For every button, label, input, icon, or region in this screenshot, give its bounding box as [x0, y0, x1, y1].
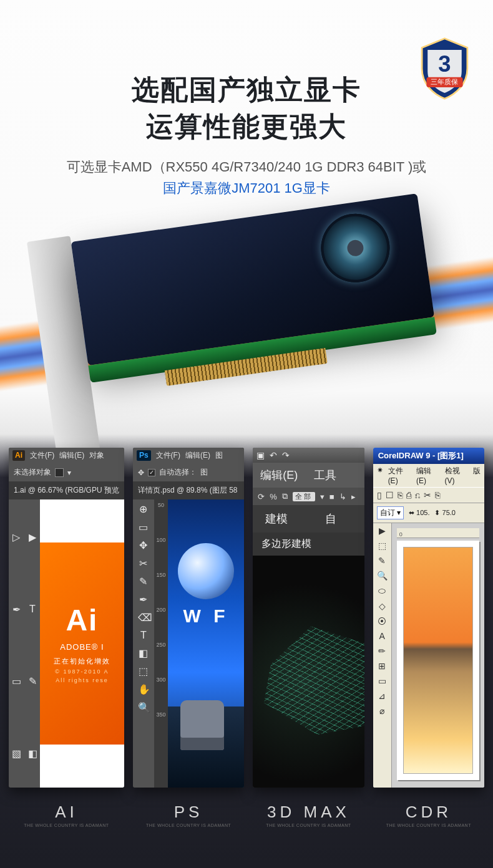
- cdr-tool-polygon[interactable]: ◇: [379, 601, 386, 611]
- max-filter-dropdown[interactable]: 全部: [293, 492, 315, 501]
- ps-tool-brush[interactable]: ✎: [138, 576, 149, 587]
- cdr-tool-freehand[interactable]: ✎: [378, 556, 386, 566]
- cdr-open-icon[interactable]: ☐: [386, 490, 394, 500]
- ps-tool-move[interactable]: ⊕: [138, 503, 149, 515]
- cdr-tool-zoom[interactable]: 🔍: [377, 571, 388, 581]
- max-viewport[interactable]: [253, 556, 364, 788]
- ps-tool-gradient[interactable]: ◧: [138, 647, 149, 659]
- max-redo-icon[interactable]: ↷: [282, 450, 290, 460]
- max-sel-icon-3[interactable]: ▸: [351, 492, 356, 501]
- ai-splash-copyright2: All rights rese: [56, 677, 109, 683]
- max-app-icon[interactable]: ▣: [256, 450, 265, 460]
- cdr-menu-file[interactable]: 文件(E): [388, 466, 411, 485]
- max-bind-icon[interactable]: ⧉: [282, 491, 288, 501]
- ai-tool-pen[interactable]: ✒: [11, 604, 22, 615]
- ai-tool-type[interactable]: T: [27, 604, 38, 615]
- ps-ruler-mark: 300: [156, 677, 165, 683]
- cdr-tool-text[interactable]: A: [379, 631, 384, 641]
- ai-tool-gradient[interactable]: ▧: [11, 748, 22, 760]
- max-link-icon[interactable]: ⟳: [258, 492, 265, 501]
- ps-move-icon[interactable]: ✥: [138, 468, 144, 477]
- max-undo-icon[interactable]: ↶: [270, 450, 277, 460]
- max-sel-icon[interactable]: ■: [329, 492, 334, 501]
- cdr-horizontal-ruler: 0: [397, 528, 479, 538]
- cdr-papersize-dropdown[interactable]: 自订 ▾: [377, 506, 404, 519]
- ai-tool-brush[interactable]: ✎: [27, 675, 38, 687]
- max-ribbon-tabs: 建模 自: [253, 505, 364, 533]
- cdr-sublabel: THE WHOLE COUNTRY IS ADAMANT: [373, 823, 484, 827]
- ps-tool-lasso[interactable]: ✥: [138, 539, 149, 551]
- ps-ruler-mark: 250: [156, 642, 165, 648]
- ai-document-tab[interactable]: 1.ai @ 66.67% (RGB/GPU 预览: [9, 481, 124, 499]
- app-card-ps: Ps 文件(F) 编辑(E) 图 ✥ 自动选择： 图 详情页.psd @ 89.…: [133, 448, 244, 827]
- max-label: 3D MAX: [253, 803, 364, 822]
- ai-menu-edit[interactable]: 编辑(E): [59, 450, 84, 461]
- ai-tool-artboard[interactable]: ◧: [27, 748, 38, 760]
- ai-splash-copyright1: © 1987-2010 A: [55, 668, 109, 675]
- ps-artwork-text: W F: [183, 605, 229, 627]
- max-sublabel: THE WHOLE COUNTRY IS ADAMANT: [253, 823, 364, 827]
- ai-splash-status: 正在初始化增效: [54, 657, 110, 666]
- ps-planet-art: [178, 543, 234, 599]
- max-unlink-icon[interactable]: %: [270, 492, 277, 501]
- max-tab-modeling[interactable]: 建模: [265, 511, 288, 526]
- cdr-menu-edit[interactable]: 编辑(E): [416, 466, 439, 485]
- ai-fill-swatch-icon[interactable]: [55, 468, 64, 477]
- ps-tool-shape[interactable]: ⬚: [138, 665, 149, 677]
- ai-tool-select[interactable]: ▷: [11, 531, 22, 543]
- cdr-print-icon[interactable]: ⎙: [406, 490, 411, 500]
- max-filter-arrow-icon[interactable]: ▾: [320, 492, 325, 501]
- cdr-window: CorelDRAW 9 - [图形1] ✷ 文件(E) 编辑(E) 检视(V) …: [373, 448, 484, 788]
- ai-tool-rect[interactable]: ▭: [11, 675, 22, 687]
- cdr-tool-spiral[interactable]: ⦿: [378, 616, 386, 626]
- cdr-undo-icon[interactable]: ⎌: [415, 490, 420, 500]
- cdr-copy-icon[interactable]: ⎘: [435, 490, 440, 500]
- max-sel-icon-2[interactable]: ↳: [339, 492, 346, 501]
- ai-optbar-dropdown-icon[interactable]: ▾: [67, 468, 71, 477]
- ai-splash-screen: Ai ADOBE® I 正在初始化增效 © 1987-2010 A All ri…: [40, 542, 124, 744]
- max-tab-freeform[interactable]: 自: [325, 511, 336, 526]
- cdr-sunset-artwork: [403, 547, 473, 774]
- cdr-label: CDR: [373, 803, 484, 822]
- ps-tool-zoom[interactable]: 🔍: [138, 702, 149, 713]
- ai-tool-direct[interactable]: ▶: [27, 531, 38, 543]
- cdr-tool-shape[interactable]: ⬚: [378, 541, 386, 551]
- cdr-menu-layout[interactable]: 版: [473, 466, 481, 485]
- ps-autoselect-label: 自动选择：: [159, 467, 197, 478]
- cdr-tool-interactive[interactable]: ⊿: [378, 691, 386, 701]
- gpu-illustration: [0, 204, 493, 416]
- cdr-tool-outline[interactable]: ⌀: [379, 706, 384, 716]
- ps-sublabel: THE WHOLE COUNTRY IS ADAMANT: [133, 823, 244, 827]
- cdr-tool-ellipse[interactable]: ⬭: [378, 586, 386, 596]
- ps-tool-hand[interactable]: ✋: [138, 683, 149, 695]
- ps-tool-crop[interactable]: ✂: [138, 557, 149, 569]
- ai-label: AI: [9, 803, 124, 822]
- ps-document-tab[interactable]: 详情页.psd @ 89.8% (图层 58: [133, 481, 244, 499]
- cdr-new-icon[interactable]: ▯: [377, 490, 382, 500]
- cdr-tool-grid[interactable]: ⊞: [378, 661, 386, 671]
- cdr-tool-rect[interactable]: ▭: [378, 676, 386, 686]
- ps-tool-eraser[interactable]: ⌫: [138, 612, 149, 624]
- ps-menu-image[interactable]: 图: [215, 450, 223, 461]
- ps-robot-art: [180, 700, 224, 750]
- hero-section: 3 三年质保 选配国产独立显卡 运算性能更强大 可选显卡AMD（RX550 4G…: [0, 0, 493, 416]
- ps-menu-file[interactable]: 文件(F): [156, 450, 180, 461]
- max-window: ▣ ↶ ↷ 编辑(E) 工具 ⟳ % ⧉ 全部 ▾ ■ ↳ ▸ 建模 自: [253, 448, 364, 788]
- ai-menu-file[interactable]: 文件(F): [30, 450, 54, 461]
- max-menu-edit[interactable]: 编辑(E): [260, 468, 298, 483]
- cdr-menu-view[interactable]: 检视(V): [445, 466, 468, 485]
- cdr-page[interactable]: [397, 541, 479, 780]
- ps-autoselect-checkbox[interactable]: [148, 469, 155, 476]
- max-menu-tools[interactable]: 工具: [314, 468, 336, 483]
- max-menubar: 编辑(E) 工具: [253, 463, 364, 488]
- cdr-tool-pen[interactable]: ✏: [378, 646, 386, 656]
- cdr-tool-pick[interactable]: ▶: [379, 526, 386, 536]
- ai-menu-object[interactable]: 对象: [89, 450, 104, 461]
- ps-tool-type[interactable]: T: [138, 630, 149, 641]
- ps-autoselect-value[interactable]: 图: [200, 467, 208, 478]
- cdr-cut-icon[interactable]: ✂: [424, 490, 431, 500]
- cdr-save-icon[interactable]: ⎘: [398, 490, 403, 500]
- ps-menu-edit[interactable]: 编辑(E): [185, 450, 210, 461]
- ps-tool-pen[interactable]: ✒: [138, 594, 149, 605]
- ps-tool-marquee[interactable]: ▭: [138, 521, 149, 533]
